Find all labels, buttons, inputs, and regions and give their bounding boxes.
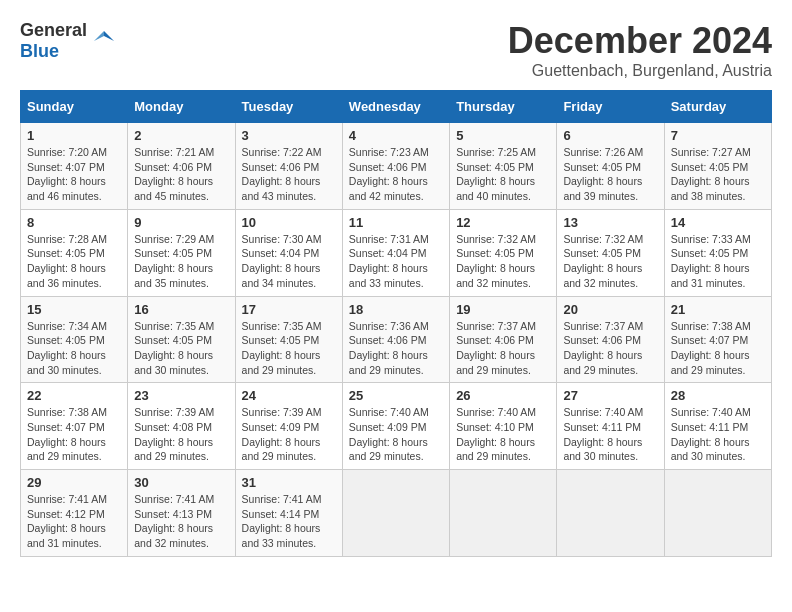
calendar-week-3: 15Sunrise: 7:34 AMSunset: 4:05 PMDayligh… xyxy=(21,296,772,383)
day-info: Sunrise: 7:20 AMSunset: 4:07 PMDaylight:… xyxy=(27,145,121,204)
calendar-cell xyxy=(664,470,771,557)
calendar-cell: 17Sunrise: 7:35 AMSunset: 4:05 PMDayligh… xyxy=(235,296,342,383)
day-info: Sunrise: 7:41 AMSunset: 4:12 PMDaylight:… xyxy=(27,492,121,551)
weekday-header-sunday: Sunday xyxy=(21,91,128,123)
calendar-cell: 20Sunrise: 7:37 AMSunset: 4:06 PMDayligh… xyxy=(557,296,664,383)
day-number: 29 xyxy=(27,475,121,490)
calendar-cell: 25Sunrise: 7:40 AMSunset: 4:09 PMDayligh… xyxy=(342,383,449,470)
weekday-header-thursday: Thursday xyxy=(450,91,557,123)
calendar-cell: 15Sunrise: 7:34 AMSunset: 4:05 PMDayligh… xyxy=(21,296,128,383)
day-number: 18 xyxy=(349,302,443,317)
day-number: 30 xyxy=(134,475,228,490)
calendar-cell: 13Sunrise: 7:32 AMSunset: 4:05 PMDayligh… xyxy=(557,209,664,296)
calendar-cell: 10Sunrise: 7:30 AMSunset: 4:04 PMDayligh… xyxy=(235,209,342,296)
calendar-week-5: 29Sunrise: 7:41 AMSunset: 4:12 PMDayligh… xyxy=(21,470,772,557)
location-title: Guettenbach, Burgenland, Austria xyxy=(508,62,772,80)
calendar-cell xyxy=(557,470,664,557)
day-info: Sunrise: 7:31 AMSunset: 4:04 PMDaylight:… xyxy=(349,232,443,291)
logo-icon xyxy=(89,26,119,56)
calendar-cell: 4Sunrise: 7:23 AMSunset: 4:06 PMDaylight… xyxy=(342,123,449,210)
day-info: Sunrise: 7:28 AMSunset: 4:05 PMDaylight:… xyxy=(27,232,121,291)
logo-general: General xyxy=(20,20,87,40)
calendar-cell: 23Sunrise: 7:39 AMSunset: 4:08 PMDayligh… xyxy=(128,383,235,470)
day-info: Sunrise: 7:36 AMSunset: 4:06 PMDaylight:… xyxy=(349,319,443,378)
day-number: 10 xyxy=(242,215,336,230)
header: General Blue December 2024 Guettenbach, … xyxy=(20,20,772,80)
day-info: Sunrise: 7:34 AMSunset: 4:05 PMDaylight:… xyxy=(27,319,121,378)
day-number: 31 xyxy=(242,475,336,490)
day-number: 17 xyxy=(242,302,336,317)
day-number: 24 xyxy=(242,388,336,403)
calendar-cell: 7Sunrise: 7:27 AMSunset: 4:05 PMDaylight… xyxy=(664,123,771,210)
calendar-cell: 22Sunrise: 7:38 AMSunset: 4:07 PMDayligh… xyxy=(21,383,128,470)
calendar-cell xyxy=(450,470,557,557)
calendar-cell: 12Sunrise: 7:32 AMSunset: 4:05 PMDayligh… xyxy=(450,209,557,296)
day-number: 26 xyxy=(456,388,550,403)
day-number: 21 xyxy=(671,302,765,317)
day-number: 8 xyxy=(27,215,121,230)
day-info: Sunrise: 7:39 AMSunset: 4:09 PMDaylight:… xyxy=(242,405,336,464)
day-info: Sunrise: 7:26 AMSunset: 4:05 PMDaylight:… xyxy=(563,145,657,204)
calendar-cell: 30Sunrise: 7:41 AMSunset: 4:13 PMDayligh… xyxy=(128,470,235,557)
day-number: 19 xyxy=(456,302,550,317)
calendar-cell: 16Sunrise: 7:35 AMSunset: 4:05 PMDayligh… xyxy=(128,296,235,383)
day-info: Sunrise: 7:30 AMSunset: 4:04 PMDaylight:… xyxy=(242,232,336,291)
day-number: 27 xyxy=(563,388,657,403)
day-info: Sunrise: 7:40 AMSunset: 4:09 PMDaylight:… xyxy=(349,405,443,464)
day-info: Sunrise: 7:32 AMSunset: 4:05 PMDaylight:… xyxy=(456,232,550,291)
calendar-cell: 19Sunrise: 7:37 AMSunset: 4:06 PMDayligh… xyxy=(450,296,557,383)
day-info: Sunrise: 7:41 AMSunset: 4:13 PMDaylight:… xyxy=(134,492,228,551)
day-info: Sunrise: 7:37 AMSunset: 4:06 PMDaylight:… xyxy=(563,319,657,378)
day-number: 15 xyxy=(27,302,121,317)
day-info: Sunrise: 7:37 AMSunset: 4:06 PMDaylight:… xyxy=(456,319,550,378)
day-info: Sunrise: 7:38 AMSunset: 4:07 PMDaylight:… xyxy=(27,405,121,464)
weekday-header-saturday: Saturday xyxy=(664,91,771,123)
day-info: Sunrise: 7:29 AMSunset: 4:05 PMDaylight:… xyxy=(134,232,228,291)
day-info: Sunrise: 7:40 AMSunset: 4:11 PMDaylight:… xyxy=(563,405,657,464)
month-title: December 2024 xyxy=(508,20,772,62)
calendar-cell xyxy=(342,470,449,557)
day-info: Sunrise: 7:21 AMSunset: 4:06 PMDaylight:… xyxy=(134,145,228,204)
day-info: Sunrise: 7:25 AMSunset: 4:05 PMDaylight:… xyxy=(456,145,550,204)
calendar-cell: 3Sunrise: 7:22 AMSunset: 4:06 PMDaylight… xyxy=(235,123,342,210)
weekday-header-monday: Monday xyxy=(128,91,235,123)
weekday-header-wednesday: Wednesday xyxy=(342,91,449,123)
day-info: Sunrise: 7:33 AMSunset: 4:05 PMDaylight:… xyxy=(671,232,765,291)
day-info: Sunrise: 7:40 AMSunset: 4:11 PMDaylight:… xyxy=(671,405,765,464)
calendar-week-2: 8Sunrise: 7:28 AMSunset: 4:05 PMDaylight… xyxy=(21,209,772,296)
calendar-cell: 18Sunrise: 7:36 AMSunset: 4:06 PMDayligh… xyxy=(342,296,449,383)
day-number: 9 xyxy=(134,215,228,230)
weekday-header-friday: Friday xyxy=(557,91,664,123)
day-number: 2 xyxy=(134,128,228,143)
day-info: Sunrise: 7:38 AMSunset: 4:07 PMDaylight:… xyxy=(671,319,765,378)
logo: General Blue xyxy=(20,20,119,62)
day-number: 25 xyxy=(349,388,443,403)
day-info: Sunrise: 7:22 AMSunset: 4:06 PMDaylight:… xyxy=(242,145,336,204)
calendar-cell: 24Sunrise: 7:39 AMSunset: 4:09 PMDayligh… xyxy=(235,383,342,470)
calendar-cell: 31Sunrise: 7:41 AMSunset: 4:14 PMDayligh… xyxy=(235,470,342,557)
day-number: 23 xyxy=(134,388,228,403)
day-info: Sunrise: 7:32 AMSunset: 4:05 PMDaylight:… xyxy=(563,232,657,291)
calendar-week-4: 22Sunrise: 7:38 AMSunset: 4:07 PMDayligh… xyxy=(21,383,772,470)
calendar-cell: 14Sunrise: 7:33 AMSunset: 4:05 PMDayligh… xyxy=(664,209,771,296)
day-number: 1 xyxy=(27,128,121,143)
calendar-week-1: 1Sunrise: 7:20 AMSunset: 4:07 PMDaylight… xyxy=(21,123,772,210)
day-info: Sunrise: 7:39 AMSunset: 4:08 PMDaylight:… xyxy=(134,405,228,464)
day-info: Sunrise: 7:27 AMSunset: 4:05 PMDaylight:… xyxy=(671,145,765,204)
weekday-header-tuesday: Tuesday xyxy=(235,91,342,123)
calendar-cell: 26Sunrise: 7:40 AMSunset: 4:10 PMDayligh… xyxy=(450,383,557,470)
calendar-table: SundayMondayTuesdayWednesdayThursdayFrid… xyxy=(20,90,772,557)
calendar-cell: 8Sunrise: 7:28 AMSunset: 4:05 PMDaylight… xyxy=(21,209,128,296)
day-number: 28 xyxy=(671,388,765,403)
day-number: 6 xyxy=(563,128,657,143)
day-number: 12 xyxy=(456,215,550,230)
calendar-cell: 27Sunrise: 7:40 AMSunset: 4:11 PMDayligh… xyxy=(557,383,664,470)
calendar-cell: 11Sunrise: 7:31 AMSunset: 4:04 PMDayligh… xyxy=(342,209,449,296)
day-info: Sunrise: 7:35 AMSunset: 4:05 PMDaylight:… xyxy=(242,319,336,378)
day-number: 7 xyxy=(671,128,765,143)
day-number: 3 xyxy=(242,128,336,143)
title-section: December 2024 Guettenbach, Burgenland, A… xyxy=(508,20,772,80)
day-number: 4 xyxy=(349,128,443,143)
day-info: Sunrise: 7:41 AMSunset: 4:14 PMDaylight:… xyxy=(242,492,336,551)
logo-blue: Blue xyxy=(20,41,59,61)
